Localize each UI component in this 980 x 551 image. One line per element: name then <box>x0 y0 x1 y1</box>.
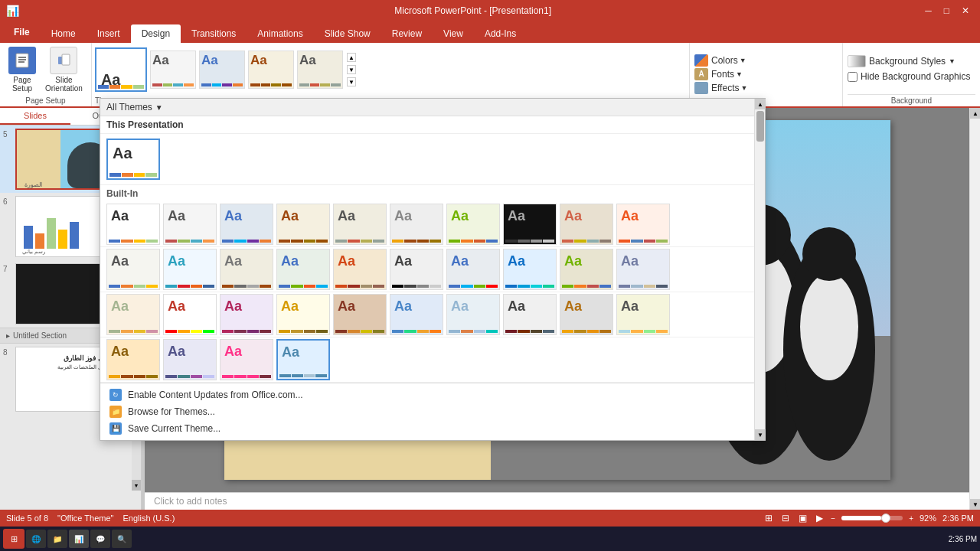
section-icon: ▸ <box>6 331 10 340</box>
builtin-theme-1[interactable]: Aa <box>106 204 160 245</box>
tab-transitions[interactable]: Transitions <box>181 24 247 43</box>
taskbar-btn-3[interactable]: 📊 <box>69 530 89 548</box>
builtin-theme-26[interactable]: Aa <box>390 294 443 335</box>
builtin-theme-32[interactable]: Aa <box>163 339 217 380</box>
builtin-theme-12[interactable]: Aa <box>163 249 217 290</box>
builtin-theme-28[interactable]: Aa <box>503 294 557 335</box>
current-theme-item[interactable]: Aa <box>106 139 160 180</box>
section-label-text: Untitled Section <box>13 331 67 340</box>
effects-button[interactable]: Effects ▼ <box>711 83 747 93</box>
builtin-theme-18[interactable]: Aa <box>503 249 557 290</box>
builtin-theme-14[interactable]: Aa <box>276 249 330 290</box>
builtin-theme-4[interactable]: Aa <box>276 204 330 245</box>
svg-rect-0 <box>16 54 28 67</box>
builtin-theme-30[interactable]: Aa <box>616 294 670 335</box>
builtin-theme-3[interactable]: Aa <box>220 204 273 245</box>
slideshow-btn[interactable]: ▶ <box>815 513 825 523</box>
main-scroll-up[interactable]: ▲ <box>970 108 980 119</box>
builtin-theme-24[interactable]: Aa <box>276 294 330 335</box>
builtin-themes-row4: Aa Aa Aa Aa <box>100 337 765 383</box>
view-reading-btn[interactable]: ▣ <box>797 513 808 523</box>
zoom-out-btn[interactable]: − <box>831 514 835 523</box>
minimize-button[interactable]: ─ <box>920 4 936 18</box>
theme-item-4[interactable]: Aa <box>248 51 294 89</box>
tab-home[interactable]: Home <box>41 24 87 43</box>
start-button[interactable]: ⊞ <box>3 529 24 549</box>
fonts-button[interactable]: Fonts ▼ <box>711 69 743 80</box>
tab-review[interactable]: Review <box>381 24 433 43</box>
builtin-theme-15[interactable]: Aa <box>333 249 387 290</box>
builtin-theme-16[interactable]: Aa <box>390 249 443 290</box>
hide-bg-label[interactable]: Hide Background Graphics <box>861 71 970 82</box>
builtin-theme-33[interactable]: Aa <box>220 339 273 380</box>
tab-file[interactable]: File <box>3 21 41 43</box>
view-slide-sorter-btn[interactable]: ⊟ <box>780 513 791 523</box>
slides-tab[interactable]: Slides <box>0 108 70 125</box>
builtin-theme-23[interactable]: Aa <box>220 294 273 335</box>
builtin-theme-11[interactable]: Aa <box>106 249 160 290</box>
theme-item-2[interactable]: Aa <box>150 51 196 89</box>
notes-bar[interactable]: Click to add notes <box>145 492 969 510</box>
language: English (U.S.) <box>122 514 175 523</box>
builtin-theme-34-hover[interactable]: Aa <box>276 339 330 380</box>
tab-design[interactable]: Design <box>131 24 181 43</box>
builtin-theme-25[interactable]: Aa <box>333 294 387 335</box>
scroll-down-btn[interactable]: ▼ <box>755 429 766 440</box>
main-scroll-track <box>970 119 980 499</box>
zoom-in-btn[interactable]: + <box>909 514 913 523</box>
main-scroll-down[interactable]: ▼ <box>970 499 980 510</box>
taskbar-btn-1[interactable]: 🌐 <box>26 530 46 548</box>
page-setup-button[interactable]: PageSetup <box>5 44 40 95</box>
scroll-thumb[interactable] <box>756 111 764 142</box>
builtin-theme-8[interactable]: Aa <box>503 204 557 245</box>
builtin-theme-31[interactable]: Aa <box>106 339 160 380</box>
tab-view[interactable]: View <box>433 24 474 43</box>
builtin-theme-7[interactable]: Aa <box>446 204 500 245</box>
theme-item-3[interactable]: Aa <box>199 51 245 89</box>
theme-dropdown-header: All Themes ▼ <box>100 99 765 116</box>
c <box>310 83 320 86</box>
builtin-theme-6[interactable]: Aa <box>390 204 443 245</box>
save-theme-item[interactable]: 💾 Save Current Theme... <box>106 420 759 437</box>
zoom-slider[interactable] <box>841 516 903 520</box>
theme-item-5[interactable]: Aa <box>297 51 343 89</box>
tab-insert[interactable]: Insert <box>87 24 131 43</box>
tab-slideshow[interactable]: Slide Show <box>314 24 381 43</box>
builtin-theme-17[interactable]: Aa <box>446 249 500 290</box>
maximize-button[interactable]: □ <box>939 4 954 18</box>
builtin-theme-10[interactable]: Aa <box>616 204 670 245</box>
builtin-theme-20[interactable]: Aa <box>616 249 670 290</box>
active-theme-item[interactable]: Aa <box>95 47 147 92</box>
scroll-up-btn[interactable]: ▲ <box>755 99 766 109</box>
bt31-aa: Aa <box>111 344 129 360</box>
taskbar-btn-4[interactable]: 💬 <box>90 530 110 548</box>
hide-bg-checkbox[interactable] <box>848 72 858 82</box>
builtin-theme-9[interactable]: Aa <box>560 204 613 245</box>
colors-button[interactable]: Colors ▼ <box>711 55 746 66</box>
builtin-theme-29[interactable]: Aa <box>560 294 613 335</box>
builtin-theme-2[interactable]: Aa <box>163 204 217 245</box>
builtin-theme-5[interactable]: Aa <box>333 204 387 245</box>
zoom-handle[interactable] <box>881 514 890 523</box>
enable-updates-item[interactable]: ↻ Enable Content Updates from Office.com… <box>106 386 759 403</box>
taskbar-btn-2[interactable]: 📁 <box>47 530 67 548</box>
slide-orientation-button[interactable]: SlideOrientation <box>41 44 87 95</box>
tab-addins[interactable]: Add-Ins <box>474 24 527 43</box>
builtin-theme-19[interactable]: Aa <box>560 249 613 290</box>
browse-themes-item[interactable]: 📁 Browse for Themes... <box>106 403 759 420</box>
close-button[interactable]: ✕ <box>957 4 974 18</box>
tab-animations[interactable]: Animations <box>247 24 313 43</box>
c <box>201 83 211 86</box>
all-themes-dropdown[interactable]: All Themes ▼ <box>106 102 163 112</box>
background-styles-button[interactable]: Background Styles ▼ <box>848 55 975 67</box>
view-normal-btn[interactable]: ⊞ <box>763 513 774 523</box>
builtin-theme-27[interactable]: Aa <box>446 294 500 335</box>
builtin-theme-13[interactable]: Aa <box>220 249 273 290</box>
builtin-theme-22[interactable]: Aa <box>163 294 217 335</box>
bt15-colors <box>335 285 384 288</box>
slide-scroll-down[interactable]: ▼ <box>132 480 141 491</box>
builtin-theme-21[interactable]: Aa <box>106 294 160 335</box>
taskbar-btn-5[interactable]: 🔍 <box>112 530 132 548</box>
theme-dropdown-footer: ↻ Enable Content Updates from Office.com… <box>100 383 765 440</box>
themes-scroll-up[interactable]: ▲ ▼ ▼ <box>346 53 357 86</box>
